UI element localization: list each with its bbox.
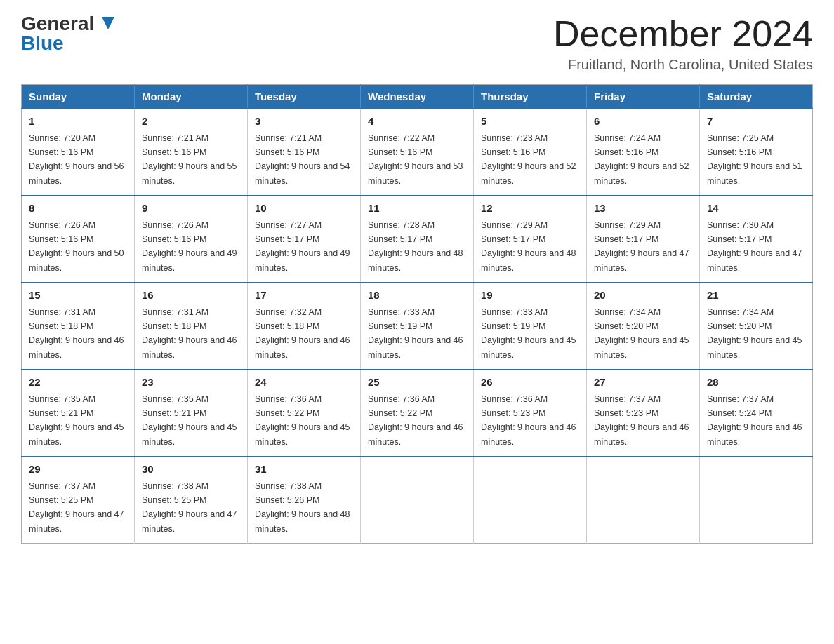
calendar-header-row: SundayMondayTuesdayWednesdayThursdayFrid…	[22, 85, 813, 109]
calendar-cell: 8 Sunrise: 7:26 AMSunset: 5:16 PMDayligh…	[22, 196, 135, 283]
day-number: 8	[29, 201, 127, 217]
logo-arrow-icon	[102, 17, 114, 29]
calendar-cell: 14 Sunrise: 7:30 AMSunset: 5:17 PMDaylig…	[700, 196, 813, 283]
calendar-cell: 23 Sunrise: 7:35 AMSunset: 5:21 PMDaylig…	[135, 370, 248, 457]
calendar-header-wednesday: Wednesday	[361, 85, 474, 109]
day-info: Sunrise: 7:25 AMSunset: 5:16 PMDaylight:…	[707, 133, 802, 186]
calendar-cell	[587, 457, 700, 544]
day-number: 18	[368, 288, 466, 304]
calendar-cell: 30 Sunrise: 7:38 AMSunset: 5:25 PMDaylig…	[135, 457, 248, 544]
day-info: Sunrise: 7:24 AMSunset: 5:16 PMDaylight:…	[594, 133, 689, 186]
calendar-cell: 18 Sunrise: 7:33 AMSunset: 5:19 PMDaylig…	[361, 283, 474, 370]
calendar-header-saturday: Saturday	[700, 85, 813, 109]
day-number: 17	[255, 288, 353, 304]
day-number: 7	[707, 114, 805, 130]
day-number: 13	[594, 201, 692, 217]
calendar-cell: 28 Sunrise: 7:37 AMSunset: 5:24 PMDaylig…	[700, 370, 813, 457]
calendar-cell: 21 Sunrise: 7:34 AMSunset: 5:20 PMDaylig…	[700, 283, 813, 370]
day-info: Sunrise: 7:33 AMSunset: 5:19 PMDaylight:…	[368, 307, 463, 360]
day-number: 14	[707, 201, 805, 217]
calendar-header-sunday: Sunday	[22, 85, 135, 109]
month-title: December 2024	[553, 14, 813, 54]
day-number: 24	[255, 375, 353, 391]
calendar-cell: 5 Sunrise: 7:23 AMSunset: 5:16 PMDayligh…	[474, 109, 587, 196]
calendar-cell: 4 Sunrise: 7:22 AMSunset: 5:16 PMDayligh…	[361, 109, 474, 196]
day-info: Sunrise: 7:20 AMSunset: 5:16 PMDaylight:…	[29, 133, 124, 186]
calendar-cell	[361, 457, 474, 544]
day-info: Sunrise: 7:21 AMSunset: 5:16 PMDaylight:…	[142, 133, 237, 186]
page-header: General Blue December 2024 Fruitland, No…	[21, 14, 813, 73]
day-number: 1	[29, 114, 127, 130]
calendar-header-friday: Friday	[587, 85, 700, 109]
calendar-cell: 15 Sunrise: 7:31 AMSunset: 5:18 PMDaylig…	[22, 283, 135, 370]
day-info: Sunrise: 7:26 AMSunset: 5:16 PMDaylight:…	[29, 220, 124, 273]
calendar-cell: 2 Sunrise: 7:21 AMSunset: 5:16 PMDayligh…	[135, 109, 248, 196]
calendar-cell	[474, 457, 587, 544]
day-info: Sunrise: 7:29 AMSunset: 5:17 PMDaylight:…	[481, 220, 576, 273]
day-info: Sunrise: 7:33 AMSunset: 5:19 PMDaylight:…	[481, 307, 576, 360]
calendar-cell: 24 Sunrise: 7:36 AMSunset: 5:22 PMDaylig…	[248, 370, 361, 457]
day-number: 15	[29, 288, 127, 304]
day-info: Sunrise: 7:37 AMSunset: 5:25 PMDaylight:…	[29, 481, 124, 534]
calendar-cell: 29 Sunrise: 7:37 AMSunset: 5:25 PMDaylig…	[22, 457, 135, 544]
day-info: Sunrise: 7:26 AMSunset: 5:16 PMDaylight:…	[142, 220, 237, 273]
day-info: Sunrise: 7:31 AMSunset: 5:18 PMDaylight:…	[29, 307, 124, 360]
calendar-cell: 31 Sunrise: 7:38 AMSunset: 5:26 PMDaylig…	[248, 457, 361, 544]
day-number: 12	[481, 201, 579, 217]
calendar-header-tuesday: Tuesday	[248, 85, 361, 109]
calendar-cell: 7 Sunrise: 7:25 AMSunset: 5:16 PMDayligh…	[700, 109, 813, 196]
day-number: 10	[255, 201, 353, 217]
day-info: Sunrise: 7:36 AMSunset: 5:22 PMDaylight:…	[368, 394, 463, 447]
day-info: Sunrise: 7:38 AMSunset: 5:25 PMDaylight:…	[142, 481, 237, 534]
day-number: 29	[29, 462, 127, 478]
calendar-week-row: 8 Sunrise: 7:26 AMSunset: 5:16 PMDayligh…	[22, 196, 813, 283]
day-number: 31	[255, 462, 353, 478]
day-info: Sunrise: 7:37 AMSunset: 5:24 PMDaylight:…	[707, 394, 802, 447]
day-number: 5	[481, 114, 579, 130]
day-info: Sunrise: 7:29 AMSunset: 5:17 PMDaylight:…	[594, 220, 689, 273]
day-info: Sunrise: 7:38 AMSunset: 5:26 PMDaylight:…	[255, 481, 350, 534]
day-number: 27	[594, 375, 692, 391]
svg-marker-0	[102, 17, 114, 29]
calendar-cell: 6 Sunrise: 7:24 AMSunset: 5:16 PMDayligh…	[587, 109, 700, 196]
calendar-cell: 10 Sunrise: 7:27 AMSunset: 5:17 PMDaylig…	[248, 196, 361, 283]
calendar-cell: 12 Sunrise: 7:29 AMSunset: 5:17 PMDaylig…	[474, 196, 587, 283]
calendar-week-row: 15 Sunrise: 7:31 AMSunset: 5:18 PMDaylig…	[22, 283, 813, 370]
calendar-header-monday: Monday	[135, 85, 248, 109]
calendar-week-row: 1 Sunrise: 7:20 AMSunset: 5:16 PMDayligh…	[22, 109, 813, 196]
day-number: 11	[368, 201, 466, 217]
day-info: Sunrise: 7:22 AMSunset: 5:16 PMDaylight:…	[368, 133, 463, 186]
calendar-week-row: 29 Sunrise: 7:37 AMSunset: 5:25 PMDaylig…	[22, 457, 813, 544]
day-info: Sunrise: 7:37 AMSunset: 5:23 PMDaylight:…	[594, 394, 689, 447]
calendar-cell: 9 Sunrise: 7:26 AMSunset: 5:16 PMDayligh…	[135, 196, 248, 283]
logo-general-text: General	[21, 14, 94, 34]
day-number: 23	[142, 375, 240, 391]
calendar-cell: 13 Sunrise: 7:29 AMSunset: 5:17 PMDaylig…	[587, 196, 700, 283]
calendar-header-thursday: Thursday	[474, 85, 587, 109]
day-number: 25	[368, 375, 466, 391]
calendar-cell: 11 Sunrise: 7:28 AMSunset: 5:17 PMDaylig…	[361, 196, 474, 283]
day-info: Sunrise: 7:34 AMSunset: 5:20 PMDaylight:…	[707, 307, 802, 360]
day-number: 3	[255, 114, 353, 130]
day-number: 19	[481, 288, 579, 304]
logo: General Blue	[21, 14, 114, 53]
day-number: 2	[142, 114, 240, 130]
day-info: Sunrise: 7:27 AMSunset: 5:17 PMDaylight:…	[255, 220, 350, 273]
day-number: 9	[142, 201, 240, 217]
day-info: Sunrise: 7:31 AMSunset: 5:18 PMDaylight:…	[142, 307, 237, 360]
calendar-table: SundayMondayTuesdayWednesdayThursdayFrid…	[21, 84, 813, 544]
day-number: 20	[594, 288, 692, 304]
calendar-cell: 16 Sunrise: 7:31 AMSunset: 5:18 PMDaylig…	[135, 283, 248, 370]
day-info: Sunrise: 7:32 AMSunset: 5:18 PMDaylight:…	[255, 307, 350, 360]
calendar-cell	[700, 457, 813, 544]
day-info: Sunrise: 7:30 AMSunset: 5:17 PMDaylight:…	[707, 220, 802, 273]
calendar-cell: 27 Sunrise: 7:37 AMSunset: 5:23 PMDaylig…	[587, 370, 700, 457]
calendar-cell: 19 Sunrise: 7:33 AMSunset: 5:19 PMDaylig…	[474, 283, 587, 370]
day-number: 21	[707, 288, 805, 304]
calendar-week-row: 22 Sunrise: 7:35 AMSunset: 5:21 PMDaylig…	[22, 370, 813, 457]
day-number: 22	[29, 375, 127, 391]
title-block: December 2024 Fruitland, North Carolina,…	[553, 14, 813, 73]
calendar-cell: 1 Sunrise: 7:20 AMSunset: 5:16 PMDayligh…	[22, 109, 135, 196]
day-number: 26	[481, 375, 579, 391]
calendar-cell: 25 Sunrise: 7:36 AMSunset: 5:22 PMDaylig…	[361, 370, 474, 457]
